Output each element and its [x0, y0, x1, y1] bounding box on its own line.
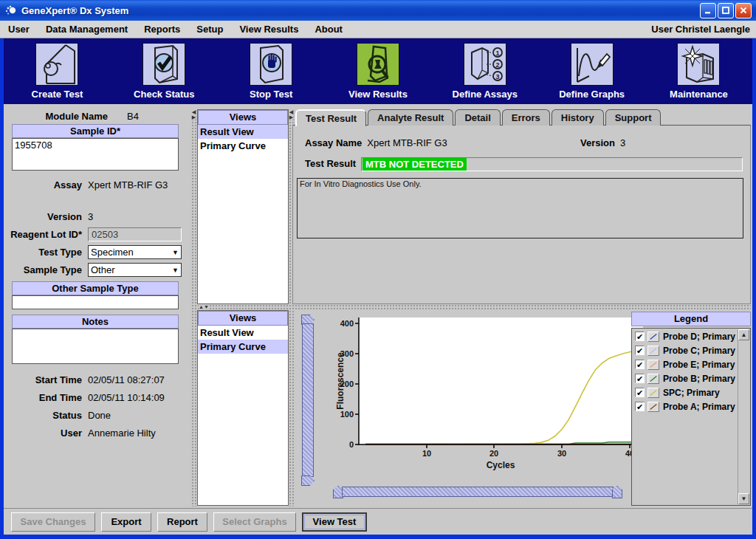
window-title: GeneXpert® Dx System [21, 5, 128, 16]
sample-id-input[interactable]: 1955708 [12, 138, 179, 171]
checkbox-checked-icon[interactable] [635, 332, 645, 341]
version-label: Version [4, 211, 82, 222]
x-zoom-slider[interactable] [333, 484, 622, 499]
tab-detail[interactable]: Detail [455, 109, 500, 126]
splitter-left[interactable]: ◀▶ [191, 109, 196, 507]
legend-swatch [647, 360, 659, 370]
test-result-tab-body: Assay Name Xpert MTB-RIF G3 Version 3 Te… [292, 125, 751, 304]
menu-setup[interactable]: Setup [188, 24, 231, 35]
tool-label: View Results [348, 89, 408, 100]
collapse-left-icon[interactable]: ◀▶ [192, 109, 196, 120]
tab-strip: Test Result Analyte Result Detail Errors… [295, 109, 662, 126]
checkbox-checked-icon[interactable] [635, 402, 645, 411]
legend-list: Probe D; Primary Probe C; Primary Probe … [631, 328, 751, 506]
tab-test-result[interactable]: Test Result [295, 109, 366, 126]
module-name-value: B4 [127, 111, 139, 122]
collapse-vertical-icon[interactable]: ▲▼ [199, 304, 209, 309]
legend-scrollbar[interactable]: ▲ ▼ [738, 329, 749, 504]
tool-label: Create Test [32, 89, 83, 100]
define-graphs-icon [571, 43, 614, 86]
notes-input[interactable] [12, 329, 179, 364]
tool-label: Define Assays [453, 89, 518, 100]
close-button[interactable] [735, 3, 752, 18]
tab-errors[interactable]: Errors [502, 109, 550, 126]
fluorescence-chart: 400 300 200 100 0 10 20 30 40 Cycles Flu… [318, 310, 647, 480]
assay-label: Assay [4, 179, 82, 190]
y-slider-bottom-handle[interactable] [301, 476, 315, 486]
menu-user[interactable]: User [0, 24, 38, 35]
legend-label: SPC; Primary [663, 388, 720, 398]
toolbar-view-results[interactable]: View Results [326, 43, 430, 100]
legend-swatch [647, 388, 659, 398]
y-zoom-slider[interactable] [300, 315, 315, 486]
user-value: Annemarie Hilty [88, 428, 156, 439]
notes-header: Notes [12, 315, 179, 329]
app-window: GeneXpert® Dx System User Data Managemen… [0, 0, 756, 539]
views-top-result-view[interactable]: Result View [198, 125, 288, 139]
test-type-dropdown[interactable]: Specimen ▼ [88, 245, 182, 259]
test-result-value: MTB NOT DETECTED [362, 158, 467, 171]
menu-view-results[interactable]: View Results [231, 24, 306, 35]
report-button[interactable]: Report [157, 512, 207, 532]
x-slider-track[interactable] [342, 487, 614, 497]
test-type-value: Specimen [91, 247, 134, 258]
sample-type-dropdown[interactable]: Other ▼ [88, 263, 182, 277]
legend-panel: Legend Probe D; Primary Probe C; Primary… [631, 312, 751, 506]
ytick-100: 100 [340, 410, 354, 419]
sample-id-header: Sample ID* [12, 124, 179, 138]
footer-button-bar: Save Changes Export Report Select Graphs… [4, 508, 752, 535]
legend-swatch [647, 346, 659, 356]
maximize-button[interactable] [718, 3, 734, 18]
toolbar-create-test[interactable]: Create Test [5, 43, 109, 100]
checkbox-checked-icon[interactable] [635, 360, 645, 369]
xtick-20: 20 [489, 449, 498, 458]
other-sample-type-input[interactable] [12, 295, 179, 309]
main-content: Module Name B4 Sample ID* 1955708 Assay … [4, 104, 752, 508]
ytick-0: 0 [349, 440, 354, 449]
toolbar-check-status[interactable]: Check Status [112, 43, 216, 100]
status-label: Status [4, 410, 82, 421]
checkbox-checked-icon[interactable] [635, 388, 645, 397]
status-value: Done [88, 410, 111, 421]
maintenance-icon [677, 43, 720, 86]
toolbar-define-assays[interactable]: 123 Define Assays [433, 43, 537, 100]
views-panel-bottom: Views Result View Primary Curve [197, 310, 289, 506]
toolbar-stop-test[interactable]: Stop Test [219, 43, 323, 100]
x-slider-right-handle[interactable] [612, 486, 622, 498]
scroll-down-icon[interactable]: ▼ [738, 493, 749, 504]
result-tab-panel: Test Result Analyte Result Detail Errors… [292, 109, 751, 304]
legend-item-probe-d: Probe D; Primary [635, 330, 735, 343]
menu-data-management[interactable]: Data Management [38, 24, 136, 35]
views-bottom-primary-curve[interactable]: Primary Curve [198, 340, 288, 354]
module-name-label: Module Name [4, 111, 108, 122]
assay-name-value: Xpert MTB-RIF G3 [367, 137, 447, 148]
tab-analyte-result[interactable]: Analyte Result [368, 109, 453, 126]
title-bar[interactable]: GeneXpert® Dx System [0, 0, 756, 21]
scroll-up-icon[interactable]: ▲ [738, 329, 749, 340]
views-top-primary-curve[interactable]: Primary Curve [198, 139, 288, 153]
legend-label: Probe A; Primary [663, 402, 735, 412]
stop-test-icon [250, 43, 292, 86]
toolbar-define-graphs[interactable]: Define Graphs [540, 43, 644, 100]
legend-item-probe-e: Probe E; Primary [635, 358, 735, 371]
tab-support[interactable]: Support [605, 109, 662, 126]
xtick-30: 30 [557, 449, 566, 458]
start-time-label: Start Time [4, 374, 82, 385]
minimize-button[interactable] [700, 3, 716, 18]
view-test-button[interactable]: View Test [302, 512, 367, 532]
menu-about[interactable]: About [306, 24, 351, 35]
select-graphs-button: Select Graphs [213, 512, 296, 532]
views-panel-top: Views Result View Primary Curve [197, 109, 289, 304]
tab-history[interactable]: History [551, 109, 604, 126]
checkbox-checked-icon[interactable] [635, 374, 645, 383]
splitter-horizontal[interactable]: ▲▼ [197, 304, 751, 309]
toolbar-maintenance[interactable]: Maintenance [647, 43, 750, 100]
export-button[interactable]: Export [101, 512, 151, 532]
legend-header: Legend [631, 312, 751, 326]
views-bottom-result-view[interactable]: Result View [198, 326, 288, 340]
checkbox-checked-icon[interactable] [635, 346, 645, 355]
y-slider-track[interactable] [302, 323, 314, 477]
current-user-label: User Christel Laengle [651, 24, 756, 35]
menu-reports[interactable]: Reports [136, 24, 188, 35]
views-bottom-header: Views [198, 311, 288, 326]
